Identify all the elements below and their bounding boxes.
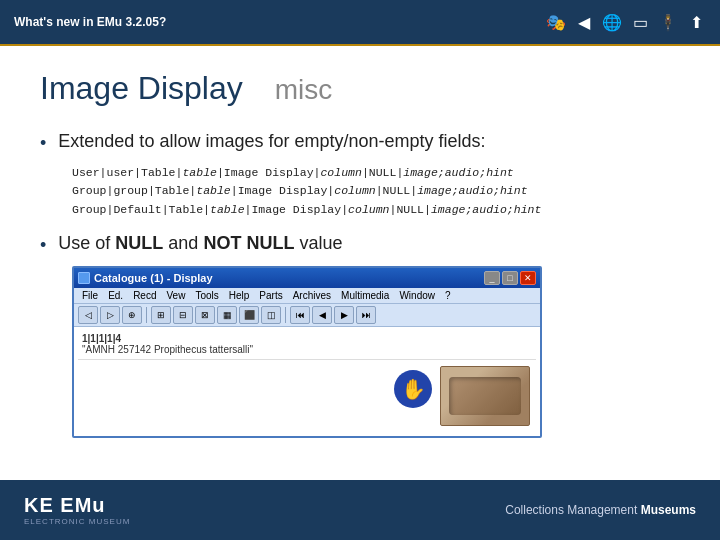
close-button[interactable]: ✕ (520, 271, 536, 285)
footer-tagline: Collections Management Museums (505, 503, 696, 517)
window-controls[interactable]: _ □ ✕ (484, 271, 536, 285)
image-area: ✋ (78, 360, 536, 432)
menu-help[interactable]: Help (225, 289, 254, 302)
bullet-dot-2: • (40, 235, 46, 256)
window-toolbar: ◁ ▷ ⊕ ⊞ ⊟ ⊠ ▦ ⬛ ◫ ⏮ ◀ ▶ ⏭ (74, 304, 540, 327)
tool-btn-13[interactable]: ⏭ (356, 306, 376, 324)
code-line-3: Group|Default|Table|table|Image Display|… (72, 201, 680, 219)
footer: KE EMu ELECTRONIC MUSEUM Collections Man… (0, 480, 720, 540)
hand-icon: ✋ (394, 370, 432, 408)
tool-btn-9[interactable]: ◫ (261, 306, 281, 324)
tool-btn-11[interactable]: ◀ (312, 306, 332, 324)
tool-btn-3[interactable]: ⊕ (122, 306, 142, 324)
footer-logo: KE EMu ELECTRONIC MUSEUM (24, 494, 130, 526)
bullet-dot-1: • (40, 133, 46, 154)
record-number: 1|1|1|1|4 (82, 333, 532, 344)
record-info: 1|1|1|1|4 "AMNH 257142 Propithecus tatte… (78, 331, 536, 360)
window-titlebar: Catalogue (1) - Display _ □ ✕ (74, 268, 540, 288)
menu-file[interactable]: File (78, 289, 102, 302)
page-title-row: Image Display misc (40, 70, 680, 107)
window-menubar: File Ed. Recd Vew Tools Help Parts Archi… (74, 288, 540, 304)
menu-multimedia[interactable]: Multimedia (337, 289, 393, 302)
arrow-left-icon: ◀ (574, 12, 594, 32)
menu-parts[interactable]: Parts (255, 289, 286, 302)
tool-btn-2[interactable]: ▷ (100, 306, 120, 324)
menu-help2[interactable]: ? (441, 289, 455, 302)
window-content: 1|1|1|1|4 "AMNH 257142 Propithecus tatte… (74, 327, 540, 436)
tool-btn-7[interactable]: ▦ (217, 306, 237, 324)
main-content: Image Display misc • Extended to allow i… (0, 46, 720, 454)
code-block: User|user|Table|table|Image Display|colu… (40, 164, 680, 219)
menu-view[interactable]: Vew (163, 289, 190, 302)
tool-sep-1 (146, 307, 147, 323)
bullet-text-1: Extended to allow images for empty/non-e… (58, 131, 485, 152)
header-icons: 🎭 ◀ 🌐 ▭ 🕴 ⬆ (546, 12, 706, 32)
logo-sub: ELECTRONIC MUSEUM (24, 517, 130, 526)
record-label: "AMNH 257142 Propithecus tattersalli" (82, 344, 532, 355)
code-line-1: User|user|Table|table|Image Display|colu… (72, 164, 680, 182)
page-title: Image Display (40, 70, 243, 107)
logo-main: KE EMu (24, 494, 130, 517)
tool-sep-2 (285, 307, 286, 323)
tool-btn-6[interactable]: ⊠ (195, 306, 215, 324)
window-icon (78, 272, 90, 284)
code-line-2: Group|group|Table|table|Image Display|co… (72, 182, 680, 200)
person-icon: 🕴 (658, 12, 678, 32)
screenshot-window: Catalogue (1) - Display _ □ ✕ File Ed. R… (72, 266, 542, 438)
bullet-item-2: • Use of NULL and NOT NULL value (40, 233, 680, 256)
maximize-button[interactable]: □ (502, 271, 518, 285)
header-title: What's new in EMu 3.2.05? (14, 15, 166, 29)
header-bar: What's new in EMu 3.2.05? 🎭 ◀ 🌐 ▭ 🕴 ⬆ (0, 0, 720, 44)
arrow-up-icon: ⬆ (686, 12, 706, 32)
globe-icon: 🌐 (602, 12, 622, 32)
tool-btn-5[interactable]: ⊟ (173, 306, 193, 324)
mask-icon: 🎭 (546, 12, 566, 32)
menu-tools[interactable]: Tools (191, 289, 222, 302)
menu-archives[interactable]: Archives (289, 289, 335, 302)
minimize-button[interactable]: _ (484, 271, 500, 285)
tool-btn-12[interactable]: ▶ (334, 306, 354, 324)
bullet-text-2: Use of NULL and NOT NULL value (58, 233, 342, 254)
tool-btn-8[interactable]: ⬛ (239, 306, 259, 324)
window-title: Catalogue (1) - Display (78, 272, 213, 284)
menu-record[interactable]: Recd (129, 289, 160, 302)
menu-edit[interactable]: Ed. (104, 289, 127, 302)
tool-btn-1[interactable]: ◁ (78, 306, 98, 324)
bullet-item-1: • Extended to allow images for empty/non… (40, 131, 680, 154)
menu-window[interactable]: Window (395, 289, 439, 302)
rectangle-icon: ▭ (630, 12, 650, 32)
tool-btn-10[interactable]: ⏮ (290, 306, 310, 324)
page-subtitle: misc (275, 74, 333, 106)
specimen-image (440, 366, 530, 426)
tool-btn-4[interactable]: ⊞ (151, 306, 171, 324)
